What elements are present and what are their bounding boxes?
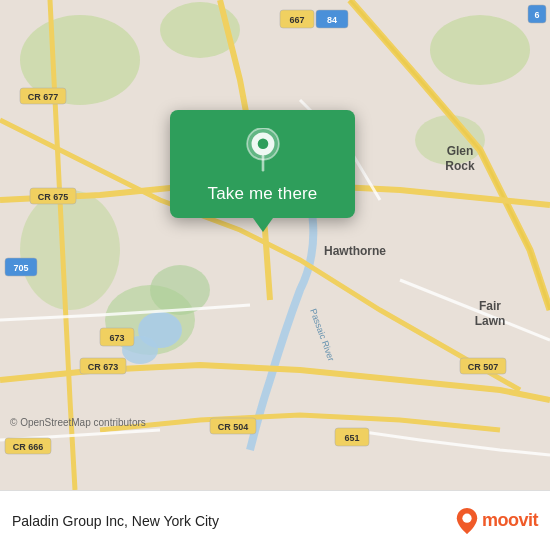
svg-point-7 <box>20 190 120 310</box>
svg-text:Fair: Fair <box>479 299 501 313</box>
osm-attribution: © OpenStreetMap contributors <box>10 417 146 428</box>
moovit-brand-name: moovit <box>482 510 538 531</box>
svg-text:651: 651 <box>344 433 359 443</box>
svg-text:CR 677: CR 677 <box>28 92 59 102</box>
moovit-pin-icon <box>456 508 478 534</box>
svg-text:705: 705 <box>13 263 28 273</box>
svg-text:673: 673 <box>109 333 124 343</box>
svg-text:CR 675: CR 675 <box>38 192 69 202</box>
svg-text:Lawn: Lawn <box>475 314 506 328</box>
svg-text:CR 673: CR 673 <box>88 362 119 372</box>
location-pin-icon <box>241 128 285 172</box>
svg-text:CR 504: CR 504 <box>218 422 249 432</box>
svg-text:Rock: Rock <box>445 159 475 173</box>
svg-point-42 <box>257 139 268 150</box>
bottom-bar: Paladin Group Inc, New York City moovit <box>0 490 550 550</box>
svg-point-3 <box>430 15 530 85</box>
place-name: Paladin Group Inc, New York City <box>12 513 219 529</box>
moovit-logo: moovit <box>456 508 538 534</box>
take-me-there-popup[interactable]: Take me there <box>170 110 355 218</box>
svg-text:Glen: Glen <box>447 144 474 158</box>
svg-text:CR 507: CR 507 <box>468 362 499 372</box>
svg-text:84: 84 <box>327 15 337 25</box>
svg-text:667: 667 <box>289 15 304 25</box>
svg-text:6: 6 <box>534 10 539 20</box>
svg-point-44 <box>462 513 471 522</box>
svg-text:CR 666: CR 666 <box>13 442 44 452</box>
take-me-there-label: Take me there <box>208 184 318 204</box>
svg-text:Hawthorne: Hawthorne <box>324 244 386 258</box>
map-container: CR 677 CR 675 CR 673 CR 666 CR 507 CR 50… <box>0 0 550 490</box>
